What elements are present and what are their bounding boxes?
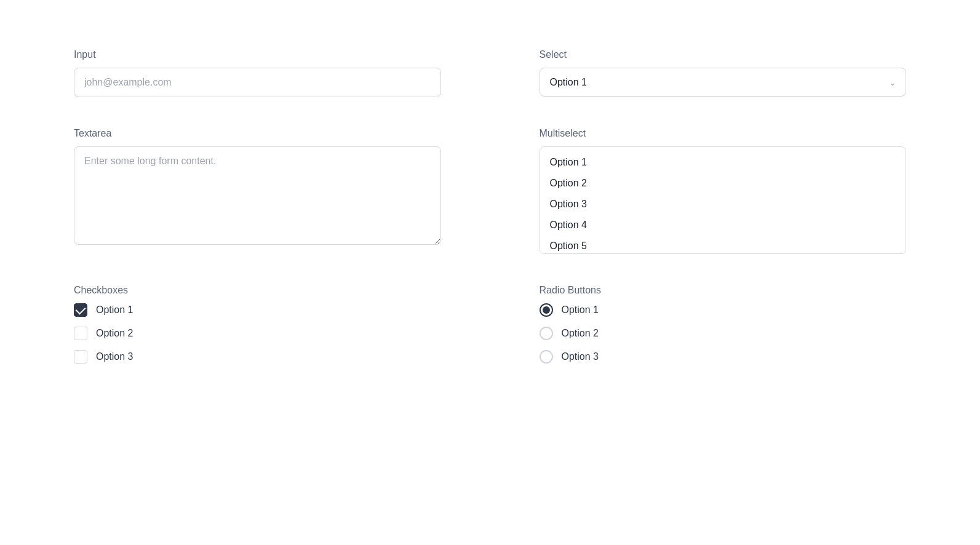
checkbox-3[interactable]	[74, 350, 87, 364]
radio-label: Radio Buttons	[540, 285, 907, 296]
checkboxes-section: Checkboxes Option 1 Option 2 Option 3	[74, 285, 441, 364]
checkbox-label-1: Option 1	[96, 304, 133, 316]
select-input[interactable]: Option 1 Option 2 Option 3 Option 4 Opti…	[540, 68, 907, 97]
radio-label-2: Option 2	[562, 328, 599, 339]
select-label: Select	[540, 49, 907, 60]
form-grid: Input Select Option 1 Option 2 Option 3 …	[74, 49, 906, 364]
checkbox-item-2[interactable]: Option 2	[74, 327, 441, 340]
radio-3[interactable]	[540, 350, 553, 364]
input-section: Input	[74, 49, 441, 97]
checkbox-item-3[interactable]: Option 3	[74, 350, 441, 364]
textarea-label: Textarea	[74, 128, 441, 139]
multiselect-section: Multiselect Option 1 Option 2 Option 3 O…	[540, 128, 907, 254]
radio-1[interactable]	[540, 303, 553, 317]
radio-group: Option 1 Option 2 Option 3	[540, 303, 907, 364]
radio-2[interactable]	[540, 327, 553, 340]
checkbox-label-2: Option 2	[96, 328, 133, 339]
checkbox-1[interactable]	[74, 303, 87, 317]
input-label: Input	[74, 49, 441, 60]
checkbox-2[interactable]	[74, 327, 87, 340]
textarea-section: Textarea	[74, 128, 441, 254]
radio-label-1: Option 1	[562, 304, 599, 316]
radio-item-2[interactable]: Option 2	[540, 327, 907, 340]
checkbox-label-3: Option 3	[96, 351, 133, 362]
checkbox-group: Option 1 Option 2 Option 3	[74, 303, 441, 364]
radio-section: Radio Buttons Option 1 Option 2 Option 3	[540, 285, 907, 364]
select-wrapper: Option 1 Option 2 Option 3 Option 4 Opti…	[540, 68, 907, 97]
checkbox-item-1[interactable]: Option 1	[74, 303, 441, 317]
radio-label-3: Option 3	[562, 351, 599, 362]
page-container: Input Select Option 1 Option 2 Option 3 …	[0, 0, 980, 413]
textarea-input[interactable]	[74, 146, 441, 245]
multiselect-label: Multiselect	[540, 128, 907, 139]
checkboxes-label: Checkboxes	[74, 285, 441, 296]
multiselect-input[interactable]: Option 1 Option 2 Option 3 Option 4 Opti…	[540, 146, 907, 254]
select-section: Select Option 1 Option 2 Option 3 Option…	[540, 49, 907, 97]
radio-item-1[interactable]: Option 1	[540, 303, 907, 317]
email-input[interactable]	[74, 68, 441, 97]
radio-item-3[interactable]: Option 3	[540, 350, 907, 364]
